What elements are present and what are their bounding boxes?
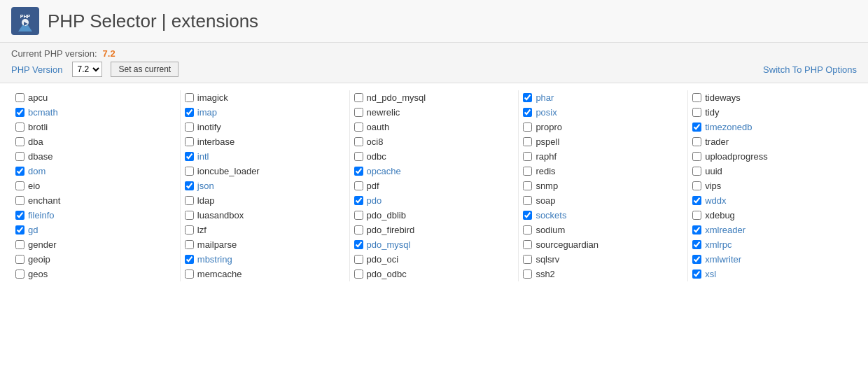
checkbox-ldap[interactable] [185,196,194,205]
checkbox-pdo_oci[interactable] [354,255,363,264]
checkbox-mailparse[interactable] [185,240,194,249]
checkbox-xsl[interactable] [692,270,701,279]
list-item: odbc [353,149,513,164]
checkbox-timezonedb[interactable] [692,122,701,132]
checkbox-propro[interactable] [523,122,532,132]
checkbox-sodium[interactable] [523,225,532,234]
checkbox-eio[interactable] [15,181,24,190]
list-item: sqlsrv [522,252,682,267]
checkbox-dom[interactable] [15,167,24,176]
list-item: dba [14,134,174,149]
label-fileinfo: fileinfo [28,210,55,220]
checkbox-enchant[interactable] [15,196,24,205]
checkbox-pdo_dblib[interactable] [354,211,363,220]
label-mbstring: mbstring [197,254,232,265]
checkbox-dba[interactable] [15,137,24,146]
checkbox-pdf[interactable] [354,181,363,190]
label-ldap: ldap [197,195,215,206]
checkbox-json[interactable] [185,181,194,190]
checkbox-pdo_mysql[interactable] [354,240,363,249]
checkbox-uuid[interactable] [692,167,701,176]
checkbox-wddx[interactable] [692,196,701,205]
checkbox-lzf[interactable] [185,225,194,234]
checkbox-pdo_firebird[interactable] [354,225,363,234]
checkbox-sqlsrv[interactable] [523,255,532,264]
checkbox-opcache[interactable] [354,167,363,176]
checkbox-imap[interactable] [185,108,194,117]
set-current-button[interactable]: Set as current [111,62,178,77]
checkbox-apcu[interactable] [15,93,24,102]
checkbox-vips[interactable] [692,181,701,190]
checkbox-redis[interactable] [523,167,532,176]
checkbox-sourceguardian[interactable] [523,240,532,249]
checkbox-geoip[interactable] [15,255,24,264]
checkbox-gender[interactable] [15,240,24,249]
checkbox-newrelic[interactable] [354,108,363,117]
extension-column-0: apcubcmathbrotlidbadbasedomeioenchantfil… [11,90,181,281]
checkbox-xmlwriter[interactable] [692,255,701,264]
checkbox-oci8[interactable] [354,137,363,146]
checkbox-pdo[interactable] [354,196,363,205]
checkbox-memcache[interactable] [185,270,194,279]
list-item: oauth [353,120,513,134]
checkbox-dbase[interactable] [15,152,24,161]
checkbox-raphf[interactable] [523,152,532,161]
label-vips: vips [705,181,721,191]
checkbox-xmlrpc[interactable] [692,240,701,249]
checkbox-interbase[interactable] [185,137,194,146]
php-version-row: PHP Version 7.2 7.1 7.0 5.6 5.5 Set as c… [11,62,857,77]
list-item: xmlreader [691,223,851,237]
label-raphf: raphf [536,151,556,162]
checkbox-nd_pdo_mysql[interactable] [354,93,363,102]
checkbox-sockets[interactable] [523,211,532,220]
version-select[interactable]: 7.2 7.1 7.0 5.6 5.5 [72,62,102,77]
list-item: uploadprogress [691,149,851,164]
checkbox-gd[interactable] [15,225,24,234]
label-xdebug: xdebug [705,210,735,220]
checkbox-bcmath[interactable] [15,108,24,117]
checkbox-soap[interactable] [523,196,532,205]
checkbox-fileinfo[interactable] [15,211,24,220]
php-selector-logo: PHP ▶ [11,7,39,35]
label-bcmath: bcmath [28,107,58,118]
list-item: bcmath [14,105,174,120]
checkbox-pspell[interactable] [523,137,532,146]
checkbox-geos[interactable] [15,270,24,279]
list-item: inotify [183,120,344,134]
checkbox-brotli[interactable] [15,122,24,132]
checkbox-posix[interactable] [523,108,532,117]
switch-to-php-options-link[interactable]: Switch To PHP Options [763,64,857,75]
list-item: gender [14,237,174,252]
label-redis: redis [536,166,555,176]
list-item: xmlrpc [691,237,851,252]
label-mailparse: mailparse [197,239,237,250]
checkbox-xmlreader[interactable] [692,225,701,234]
list-item: soap [522,193,682,208]
list-item: tidy [691,105,851,120]
checkbox-mbstring[interactable] [185,255,194,264]
label-sourceguardian: sourceguardian [536,239,598,250]
checkbox-oauth[interactable] [354,122,363,132]
label-odbc: odbc [367,151,386,162]
checkbox-trader[interactable] [692,137,701,146]
list-item: sourceguardian [522,237,682,252]
checkbox-ssh2[interactable] [523,270,532,279]
checkbox-ioncube_loader[interactable] [185,167,194,176]
checkbox-uploadprogress[interactable] [692,152,701,161]
checkbox-tidy[interactable] [692,108,701,117]
checkbox-inotify[interactable] [185,122,194,132]
checkbox-tideways[interactable] [692,93,701,102]
svg-text:PHP: PHP [20,14,31,19]
checkbox-snmp[interactable] [523,181,532,190]
checkbox-odbc[interactable] [354,152,363,161]
list-item: dbase [14,149,174,164]
list-item: sodium [522,223,682,237]
checkbox-xdebug[interactable] [692,211,701,220]
checkbox-pdo_odbc[interactable] [354,270,363,279]
label-luasandbox: luasandbox [197,210,244,220]
checkbox-intl[interactable] [185,152,194,161]
checkbox-luasandbox[interactable] [185,211,194,220]
checkbox-imagick[interactable] [185,93,194,102]
checkbox-phar[interactable] [523,93,532,102]
label-tideways: tideways [705,92,741,103]
